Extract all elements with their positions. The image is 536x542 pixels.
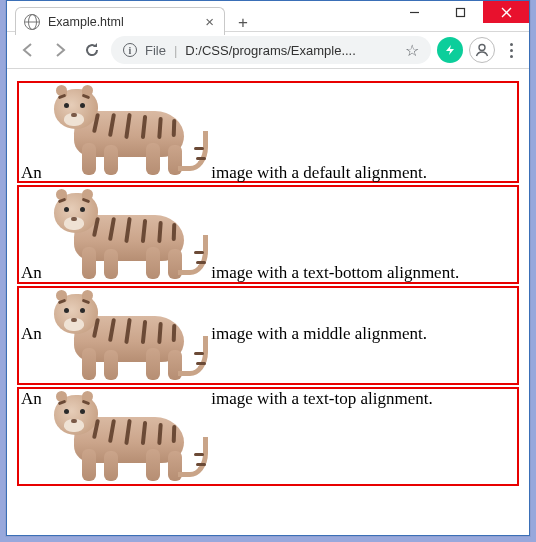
address-separator: | [174,43,177,58]
row-prefix: An [21,263,42,282]
globe-icon [24,14,40,30]
browser-tab[interactable]: Example.html × [15,7,225,35]
row-suffix: image with a middle alignment. [211,324,427,343]
address-scheme: File [145,43,166,58]
tiger-image [46,389,207,484]
address-text: D:/CSS/programs/Example.... [185,43,356,58]
close-tab-button[interactable]: × [205,14,214,29]
toolbar: i File | D:/CSS/programs/Example.... ☆ [7,31,529,69]
extension-badge[interactable] [437,37,463,63]
forward-button[interactable] [47,37,73,63]
tiger-image [46,187,207,282]
titlebar: Example.html × + [7,1,529,31]
row-suffix: image with a text-bottom alignment. [211,263,459,282]
new-tab-button[interactable]: + [231,11,255,35]
row-prefix: An [21,389,42,408]
reload-button[interactable] [79,37,105,63]
svg-point-4 [479,45,485,51]
tiger-image [46,288,207,383]
tabstrip: Example.html × + [7,5,255,35]
tiger-image [46,83,207,178]
example-row: An image with a text-top alignment. [17,387,519,486]
tab-title: Example.html [48,15,197,29]
browser-window: Example.html × + i F [6,0,530,536]
svg-rect-1 [456,8,464,16]
row-prefix: An [21,324,42,343]
maximize-button[interactable] [437,1,483,23]
window-controls [391,1,529,23]
page-content: An image with a default alignment.An ima… [7,69,529,535]
kebab-menu-icon[interactable] [501,43,521,58]
row-prefix: An [21,163,42,182]
row-suffix: image with a default alignment. [211,163,427,182]
site-info-icon[interactable]: i [123,43,137,57]
profile-avatar-icon[interactable] [469,37,495,63]
row-suffix: image with a text-top alignment. [211,389,432,408]
bookmark-star-icon[interactable]: ☆ [405,41,419,60]
close-window-button[interactable] [483,1,529,23]
example-row: An image with a text-bottom alignment. [17,185,519,284]
back-button[interactable] [15,37,41,63]
example-row: An image with a middle alignment. [17,286,519,385]
minimize-button[interactable] [391,1,437,23]
example-row: An image with a default alignment. [17,81,519,183]
address-bar[interactable]: i File | D:/CSS/programs/Example.... ☆ [111,36,431,64]
